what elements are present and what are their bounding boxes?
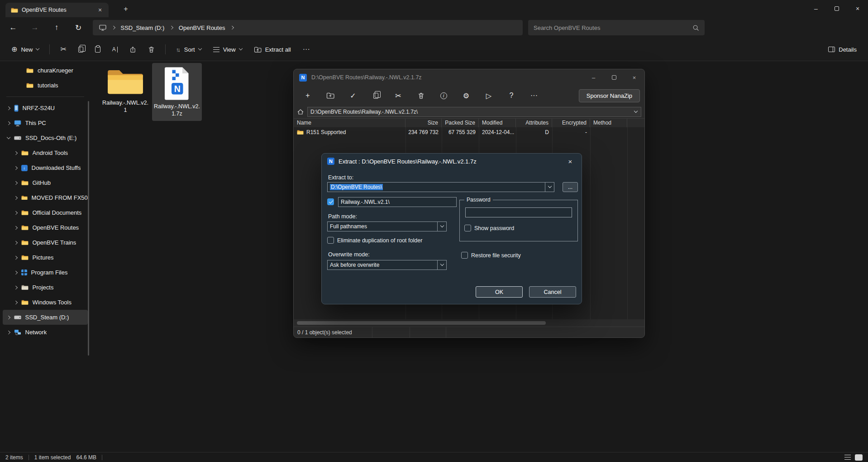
expand-chevron-icon[interactable]	[14, 286, 18, 289]
column-header-attributes[interactable]: Attributes	[516, 119, 552, 127]
column-header-size[interactable]: Size	[405, 119, 442, 127]
copy-button[interactable]	[364, 87, 387, 104]
delete-button[interactable]	[143, 41, 160, 58]
close-button[interactable]: ×	[624, 69, 644, 86]
sidebar-item-program-files[interactable]: Program Files	[3, 265, 88, 280]
scrollbar-thumb[interactable]	[297, 321, 546, 325]
cut-button[interactable]: ✂	[387, 87, 410, 104]
sidebar-item-nrfz[interactable]: NRFZ-S24U	[3, 101, 88, 116]
details-view-toggle-icon[interactable]	[844, 455, 851, 460]
sidebar-item-openbve-trains[interactable]: OpenBVE Trains	[3, 235, 88, 250]
cut-button[interactable]: ✂	[55, 41, 71, 58]
file-tile-folder[interactable]: Railway.-.NWL.v2.1	[100, 63, 150, 117]
extract-button[interactable]	[319, 87, 342, 104]
expand-chevron-icon[interactable]	[7, 316, 10, 319]
cancel-button[interactable]: Cancel	[529, 286, 576, 298]
sidebar-item-moved-from-fx504g[interactable]: MOVED FROM FX504G	[3, 190, 88, 205]
refresh-button[interactable]: ↻	[71, 20, 86, 35]
restore-security-checkbox[interactable]	[461, 252, 468, 259]
expand-chevron-icon[interactable]	[14, 226, 18, 230]
expand-chevron-icon[interactable]	[14, 301, 18, 304]
add-button[interactable]: +	[296, 87, 319, 104]
sponsor-button[interactable]: Sponsor NanaZip	[579, 89, 640, 102]
expand-chevron-icon[interactable]	[14, 271, 18, 274]
sidebar-item-downloaded-stuffs[interactable]: ↓ Downloaded Stuffs	[3, 160, 88, 175]
maximize-button[interactable]	[826, 0, 847, 17]
copy-button[interactable]	[73, 41, 88, 58]
ok-button[interactable]: OK	[476, 286, 523, 298]
tab-close-icon[interactable]: ×	[95, 5, 105, 15]
chevron-down-icon[interactable]	[634, 109, 638, 113]
column-header-packed-size[interactable]: Packed Size	[442, 119, 479, 127]
subfolder-checkbox[interactable]	[327, 198, 334, 205]
minimize-button[interactable]: –	[583, 69, 604, 86]
expand-chevron-icon[interactable]	[14, 166, 18, 170]
expand-chevron-icon[interactable]	[14, 196, 18, 200]
search-input[interactable]	[534, 24, 692, 31]
sort-button[interactable]: ↑↓ Sort	[171, 41, 206, 58]
path-mode-dropdown[interactable]: Full pathnames	[327, 221, 447, 231]
sidebar-item-openbve-routes[interactable]: OpenBVE Routes	[3, 220, 88, 235]
expand-chevron-icon[interactable]	[7, 331, 10, 334]
sidebar-item-github[interactable]: GitHub	[3, 175, 88, 190]
settings-button[interactable]: ⚙	[455, 87, 477, 104]
explorer-tab[interactable]: OpenBVE Routes ×	[5, 3, 109, 17]
file-tile-archive[interactable]: Railway.-.NWL.v2.1.7z	[152, 63, 202, 121]
column-header-name[interactable]: Name	[294, 119, 405, 127]
combobox-dropdown-button[interactable]	[545, 183, 554, 192]
eliminate-duplication-checkbox[interactable]	[327, 237, 334, 244]
restore-security-row[interactable]: Restore file security	[461, 252, 521, 259]
column-header-encrypted[interactable]: Encrypted	[552, 119, 590, 127]
minimize-button[interactable]: –	[806, 0, 826, 17]
password-input[interactable]	[465, 207, 572, 217]
info-button[interactable]: i	[432, 87, 455, 104]
combobox-dropdown-button[interactable]	[437, 222, 446, 231]
show-password-row[interactable]: Show password	[464, 225, 514, 231]
root-home-icon[interactable]	[297, 108, 304, 116]
test-button[interactable]: ✓	[342, 87, 364, 104]
show-password-checkbox[interactable]	[464, 225, 471, 231]
sidebar-item-this-pc[interactable]: This PC	[3, 116, 88, 130]
eliminate-duplication-row[interactable]: Eliminate duplication of root folder	[327, 237, 422, 244]
thumbnail-view-toggle-icon[interactable]	[855, 454, 863, 461]
overwrite-mode-dropdown[interactable]: Ask before overwrite	[327, 260, 447, 270]
breadcrumb-drive[interactable]: SSD_Steam (D:)	[121, 24, 165, 31]
new-tab-button[interactable]: +	[120, 4, 131, 14]
sidebar-item-steam-drive[interactable]: SSD_Steam (D:)	[3, 310, 88, 325]
breadcrumb[interactable]: SSD_Steam (D:) OpenBVE Routes	[93, 20, 523, 35]
share-button[interactable]	[124, 41, 141, 58]
extract-to-combobox[interactable]: D:\OpenBVE Routes\	[327, 182, 554, 192]
more-button[interactable]: ···	[523, 87, 545, 104]
expand-chevron-icon[interactable]	[14, 256, 18, 260]
rename-button[interactable]: A	[107, 41, 123, 58]
new-button[interactable]: ⊕ New	[6, 41, 44, 58]
dialog-close-button[interactable]: ×	[564, 156, 576, 166]
expand-chevron-icon[interactable]	[14, 241, 18, 245]
browse-button[interactable]: ...	[563, 182, 578, 192]
maximize-button[interactable]	[604, 69, 624, 86]
breadcrumb-folder[interactable]: OpenBVE Routes	[179, 24, 225, 31]
close-button[interactable]: ×	[847, 0, 868, 17]
benchmark-button[interactable]: ▷	[477, 87, 500, 104]
view-button[interactable]: View	[208, 41, 247, 58]
sidebar-item-network[interactable]: Network	[3, 325, 88, 340]
column-header-method[interactable]: Method	[590, 119, 627, 127]
help-button[interactable]: ?	[500, 87, 523, 104]
delete-button[interactable]	[410, 87, 432, 104]
more-options-button[interactable]: ···	[298, 41, 315, 58]
sidebar-item-churakrueger[interactable]: churaKrueger	[3, 63, 88, 78]
sidebar-scrollbar[interactable]	[88, 101, 89, 356]
forward-button[interactable]: →	[27, 20, 43, 35]
sidebar-item-tutorials[interactable]: tutorials	[3, 78, 88, 93]
search-box[interactable]	[528, 20, 705, 35]
collapse-chevron-icon[interactable]	[7, 135, 10, 139]
up-button[interactable]: ↑	[49, 20, 64, 35]
sidebar-item-docs-drive[interactable]: SSD_Docs-Oth (E:)	[3, 130, 88, 145]
expand-chevron-icon[interactable]	[7, 121, 10, 125]
address-field[interactable]: D:\OpenBVE Routes\Railway.-.NWL.v2.1.7z\	[307, 107, 641, 117]
expand-chevron-icon[interactable]	[7, 106, 10, 110]
sidebar-item-android-tools[interactable]: Android Tools	[3, 145, 88, 160]
expand-chevron-icon[interactable]	[14, 211, 18, 215]
extract-all-button[interactable]: Extract all	[249, 41, 296, 58]
paste-button[interactable]	[90, 41, 105, 58]
